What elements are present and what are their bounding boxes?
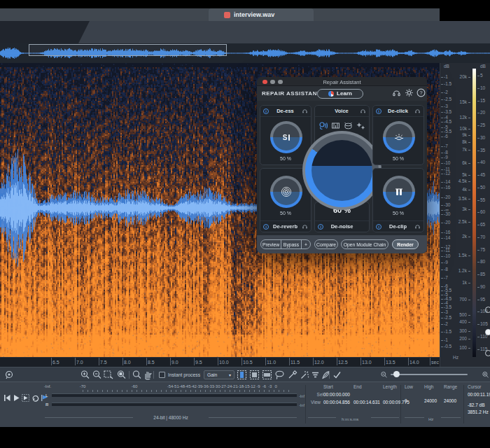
amp-tick: -12 [444,172,450,176]
legend-tick: 105 [480,322,488,327]
chevron-down-icon: ▾ [229,372,231,377]
rx-application-window: interview.wav dB-1-1.5-2-2.5-3-3.5-4-4.5… [0,0,490,448]
render-button[interactable]: Render [392,239,419,249]
zoom-out-icon[interactable] [92,370,102,380]
de-ess-knob[interactable]: S [270,121,302,153]
legend-tick: 60 [480,210,485,215]
de-clip-knob[interactable] [383,176,415,208]
meter-scale-label: -Inf. [44,384,51,388]
info-icon[interactable]: i [376,108,382,114]
legend-tick: 55 [480,198,485,203]
freq-tick: 15k [453,100,467,105]
zoom-selection-icon[interactable] [104,370,114,380]
info-icon[interactable]: i [376,224,382,230]
info-icon[interactable]: i [263,224,269,230]
hand-tool-icon[interactable] [143,370,153,380]
meter-tick-strip [83,390,293,392]
meter-scale-label: -45 [185,384,191,388]
view-value: 00:00:04.856 [323,400,354,405]
zoom-slider-handle[interactable] [393,371,400,377]
view-row-label: View [308,400,323,405]
skip-start-icon[interactable] [4,394,11,402]
instant-process-checkbox[interactable] [159,372,165,378]
zoom-fit-icon[interactable] [116,370,127,380]
play-icon[interactable] [13,394,20,402]
legend-range-handle-top[interactable] [485,307,490,313]
info-icon[interactable]: i [263,108,269,114]
tip-bubble-icon[interactable] [4,370,15,380]
loop-playback-icon[interactable] [31,394,39,402]
info-icon[interactable]: i [318,224,323,230]
legend-tick: 15 [480,99,485,104]
percussion-material-icon[interactable] [344,121,353,130]
freq-tick: 200 [453,337,467,342]
magic-wand-tool-icon[interactable] [300,370,310,380]
learn-button[interactable]: Learn [317,89,363,99]
voice-material-icon[interactable] [318,121,328,130]
preview-button[interactable]: Preview [261,242,281,247]
freq-value: 24000 [424,398,444,403]
time-ruler[interactable]: sec 6.57.07.58.08.59.09.510.010.511.011.… [0,357,440,367]
freq-tick: 400 [453,320,467,325]
play-selection-icon[interactable] [22,394,29,402]
headphone-icon[interactable] [360,108,366,114]
headphone-icon[interactable] [302,108,308,114]
de-ess-label: De-ess [270,108,300,114]
timeline-tick: 12.0 [314,360,324,365]
de-click-knob[interactable] [383,121,415,153]
music-material-icon[interactable] [331,121,340,130]
freq-tick: Hz [453,356,458,360]
selection-view-panel: StartEndLengthSel00:00:00.000View00:00:0… [308,384,399,405]
zoom-slider-in-icon[interactable] [482,371,489,379]
zoom-in-icon[interactable] [80,370,90,380]
add-button[interactable]: + [302,242,310,247]
amp-tick: -3 [444,104,448,109]
legend-range-handle-mid[interactable] [485,329,490,335]
compare-button[interactable]: Compare [314,239,338,249]
time-selection-tool-icon[interactable] [237,370,247,380]
file-tab[interactable]: interview.wav [209,8,314,21]
other-material-icon[interactable] [356,121,365,130]
headphone-icon[interactable] [414,108,421,114]
help-icon[interactable]: ? [416,88,426,97]
amp-tick: -20 [444,195,450,200]
legend-range-handle-bottom[interactable] [485,350,490,356]
timeline-tick: 6.5 [52,360,59,365]
de-noise-knob-face [312,140,372,201]
bypass-button[interactable]: Bypass [281,242,301,247]
zoom-slider-out-icon[interactable] [380,371,388,379]
toolbar-separator [129,371,130,379]
corner [308,384,323,389]
overview-strip [0,43,490,63]
overview-view-rectangle[interactable] [29,44,227,56]
zoom-slider-track[interactable] [391,374,468,375]
gear-icon[interactable] [405,88,414,97]
axis-panel: dB-1-1.5-2-2.5-3-3.5-4-4.5-5-5.5-6-7-8-9… [440,63,490,367]
de-reverb-knob[interactable] [270,176,302,208]
wand-tool-icon[interactable] [287,370,298,380]
de-clip-label: De-clip [383,223,413,230]
headphone-icon[interactable] [414,223,421,230]
timeline-tick: 8.5 [148,360,155,365]
de-noise-main-knob[interactable] [302,131,382,210]
meter-scale-label: -33 [208,384,214,388]
de-noise-label: De-noise [325,223,359,230]
magnifier-tool-icon[interactable] [132,370,142,380]
lasso-tool-icon[interactable] [274,370,285,380]
open-module-chain-button[interactable]: Open Module Chain [341,239,388,249]
time-frequency-selection-tool-icon[interactable] [249,370,260,380]
reference-monitor-icon[interactable] [392,88,401,97]
freq-value: 0 [405,398,424,403]
meter-scale-label: -24 [226,384,232,388]
sel-value: 00:00:00.000 [323,392,354,397]
commit-check-icon[interactable] [332,370,342,380]
headphone-icon[interactable] [302,223,308,230]
dialog-title-bar[interactable]: Repair Assistant [257,77,427,86]
legend-tick: 70 [480,235,485,240]
brush-size-icon[interactable] [310,370,321,380]
freq-header: Low [405,384,424,389]
process-select-dropdown[interactable]: Gain ▾ [204,370,234,379]
timeline-tick: 7.5 [100,360,107,365]
frequency-selection-tool-icon[interactable] [262,370,272,380]
spectrogram-color-legend[interactable] [472,69,476,357]
